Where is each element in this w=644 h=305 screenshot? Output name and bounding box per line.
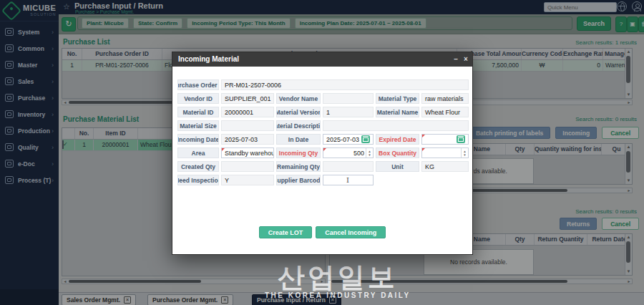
field-label-vendor-name: Vendor Name xyxy=(276,93,321,104)
field-value-incoming-date: 2025-07-03 xyxy=(221,134,274,145)
field-value-material-name: Wheat Flour xyxy=(421,107,469,117)
close-icon[interactable]: × xyxy=(461,52,471,67)
field-value-material-size xyxy=(221,120,274,131)
calendar-icon[interactable] xyxy=(457,135,465,143)
field-value-need-inspection: Y xyxy=(221,175,274,185)
field-label-incoming-qty: Incoming Qty xyxy=(276,147,321,158)
field-label-material-id: Material ID xyxy=(177,107,219,117)
field-value-material-id: 20000001 xyxy=(221,107,274,117)
field-value-area-dropdown[interactable]: Standby warehouse ▼ xyxy=(221,147,274,158)
field-label-area: Area xyxy=(177,147,219,158)
field-label-remaining-qty: Remaining Qty xyxy=(276,161,321,172)
spinner-icon[interactable]: ▲▼ xyxy=(366,148,373,158)
calendar-icon[interactable] xyxy=(361,135,370,143)
minimize-icon[interactable]: – xyxy=(451,52,461,67)
field-label-material-name: Material Name xyxy=(376,107,419,117)
modal-actions: Create LOT Cancel Incoming xyxy=(172,226,472,238)
field-value-box-quantity[interactable]: ▲▼ xyxy=(421,147,469,158)
modal-title-bar[interactable]: Incoming Material – × xyxy=(172,52,472,67)
field-label-incoming-date: Incoming Date xyxy=(177,134,219,145)
field-label-supplier-barcode: Supplier Barcode xyxy=(276,175,321,185)
watermark-english: THE KOREA INDUSTRY DAILY xyxy=(265,291,411,299)
text-cursor-icon: I xyxy=(346,176,349,184)
cancel-incoming-button[interactable]: Cancel Incoming xyxy=(316,226,386,238)
field-label-need-inspection: Need Inspection xyxy=(177,175,219,185)
field-value-material-type: raw materials xyxy=(421,93,469,104)
field-label-purchase-order-id: Purchase Order ID xyxy=(177,79,219,90)
field-label-box-quantity: Box Quantity xyxy=(376,147,419,158)
field-label-expired-date: Expired Date xyxy=(376,134,419,145)
field-label-in-date: In Date xyxy=(276,134,321,145)
spinner-icon[interactable]: ▲▼ xyxy=(461,148,468,158)
watermark: 산업일보 THE KOREA INDUSTRY DAILY xyxy=(265,263,411,299)
field-value-created-qty xyxy=(221,161,274,172)
field-label-unit: Unit xyxy=(376,161,419,172)
field-value-material-description xyxy=(323,120,469,131)
field-value-expired-date[interactable] xyxy=(421,134,469,145)
field-value-vendor-id: SUPPLIER_001 xyxy=(221,93,274,104)
field-label-material-version: Material Version xyxy=(276,107,321,117)
field-value-material-version: 1 xyxy=(323,107,374,117)
create-lot-button[interactable]: Create LOT xyxy=(259,226,313,238)
app-window: MICUBE SOLUTION System› Common› Master› … xyxy=(0,0,644,305)
field-label-material-size: Material Size xyxy=(177,120,219,131)
field-value-in-date[interactable]: 2025-07-03 xyxy=(323,134,374,145)
field-label-created-qty: Created Qty xyxy=(177,161,219,172)
field-label-material-type: Material Type xyxy=(376,93,419,104)
incoming-material-modal: Incoming Material – × Purchase Order ID … xyxy=(172,52,473,255)
field-value-remaining-qty xyxy=(323,161,374,172)
modal-title: Incoming Material xyxy=(178,55,239,63)
watermark-korean: 산업일보 xyxy=(265,263,411,291)
field-label-vendor-id: Vendor ID xyxy=(177,93,219,104)
field-value-unit: KG xyxy=(421,161,469,172)
field-value-supplier-barcode[interactable]: I xyxy=(323,175,374,185)
field-value-vendor-name xyxy=(323,93,374,104)
field-label-material-description: Material Description xyxy=(276,120,321,131)
field-value-purchase-order-id: PR-M01-2507-0006 xyxy=(221,79,469,90)
field-value-incoming-qty[interactable]: 500 ▲▼ xyxy=(323,147,374,158)
